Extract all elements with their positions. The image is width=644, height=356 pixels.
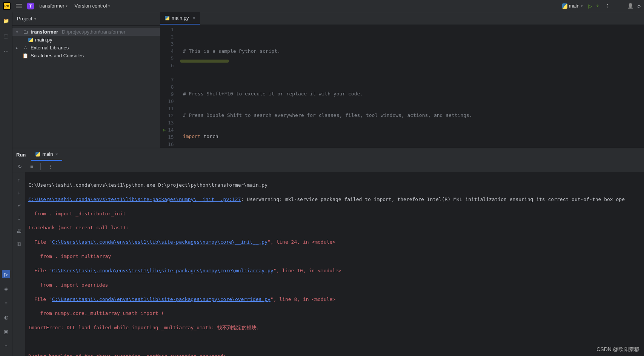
line-number: 1 <box>163 26 174 34</box>
line-number: 9 <box>163 91 174 98</box>
editor-tabs: main.py × <box>160 12 644 25</box>
python-console-button[interactable]: ◈ <box>2 284 10 293</box>
chevron-down-icon: ▾ <box>108 4 110 8</box>
search-icon[interactable] <box>637 3 641 9</box>
project-sidebar: Project ▾ ▾ 🗀 transformer D:\project\pyt… <box>12 12 160 148</box>
line-number: 15 <box>163 134 174 141</box>
app-logo-icon: PC <box>3 2 11 10</box>
scroll-end-button[interactable]: ⇣ <box>15 214 23 222</box>
stop-button[interactable]: ■ <box>28 163 35 170</box>
vcs-label: Version control <box>74 3 107 9</box>
close-tab-icon[interactable]: × <box>193 15 195 21</box>
main-menu-button[interactable] <box>14 2 23 10</box>
file-name: main.py <box>35 37 52 43</box>
close-tab-icon[interactable]: × <box>55 152 58 157</box>
line-number: 16 <box>163 141 174 148</box>
run-tool-button[interactable]: ▷ <box>2 270 10 278</box>
run-config-label: main <box>569 3 579 9</box>
line-number: ▷14 <box>163 127 174 134</box>
down-trace-button[interactable]: ↓ <box>15 188 23 196</box>
debug-button[interactable]: ⌖ <box>596 3 599 9</box>
python-icon <box>562 3 567 9</box>
soft-wrap-button[interactable]: ⤶ <box>15 201 23 209</box>
line-number: 11 <box>163 105 174 112</box>
services-tool-button[interactable]: ≡ <box>2 299 10 307</box>
console-line: C:\Users\tashi\.conda\envs\test1\lib\sit… <box>28 196 641 203</box>
line-number: 3 <box>163 41 174 48</box>
gutter: 1 2 3 4 5 6 7 8 9 10 11 12 13 ▷ <box>160 25 179 148</box>
tree-root-folder[interactable]: ▾ 🗀 transformer D:\project\python\transf… <box>12 28 160 36</box>
project-dropdown[interactable]: transformer ▾ <box>38 2 69 9</box>
ext-libs-label: External Libraries <box>31 45 69 51</box>
run-tab-label: main <box>42 151 53 157</box>
python-file-icon <box>28 38 33 42</box>
run-toolbar: ↻ ■ ⋮ <box>12 161 644 172</box>
run-more-button[interactable]: ⋮ <box>46 164 55 169</box>
console-line: from numpy.core._multiarray_umath import… <box>28 310 641 317</box>
folder-icon: 🗀 <box>22 29 28 35</box>
problems-tool-button[interactable]: ○ <box>2 342 10 350</box>
project-header[interactable]: Project ▾ <box>12 12 160 26</box>
chevron-down-icon: ▾ <box>66 4 68 8</box>
console-line <box>28 339 641 346</box>
run-config-dropdown[interactable]: main ▾ <box>561 2 584 9</box>
project-name-label: transformer <box>39 3 64 9</box>
code-editor[interactable]: 1 2 3 4 5 6 7 8 9 10 11 12 13 ▷ <box>160 25 644 148</box>
chevron-down-icon: ▾ <box>34 17 36 21</box>
more-actions-button[interactable]: ⋮ <box>603 3 612 9</box>
debug-tool-button[interactable]: ◐ <box>2 313 10 321</box>
titlebar: PC T transformer ▾ Version control ▾ mai… <box>0 0 644 12</box>
line-number: 8 <box>163 84 174 91</box>
console-line: from . import overrides <box>28 282 641 289</box>
tree-file-main[interactable]: main.py <box>12 36 160 44</box>
line-number: 13 <box>163 120 174 127</box>
console-line: File "C:\Users\tashi\.conda\envs\test1\l… <box>28 296 641 303</box>
tree-scratches[interactable]: 📋 Scratches and Consoles <box>12 52 160 60</box>
chevron-down-icon: ▾ <box>581 4 583 8</box>
python-icon <box>35 152 40 157</box>
run-left-tools: ↑ ↓ ⤶ ⇣ 🖶 🗑 <box>12 172 25 356</box>
vcs-dropdown[interactable]: Version control ▾ <box>73 2 112 9</box>
account-icon[interactable] <box>627 3 633 9</box>
rerun-button[interactable]: ↻ <box>16 163 23 170</box>
run-panel-title: Run <box>16 148 29 161</box>
up-trace-button[interactable]: ↑ <box>15 175 23 184</box>
console-line: ImportError: DLL load failed while impor… <box>28 324 641 331</box>
line-number: 2 <box>163 34 174 41</box>
highlight-mark <box>180 60 229 63</box>
editor-area: main.py × 1 2 3 4 5 6 7 8 9 <box>160 12 644 148</box>
terminal-tool-button[interactable]: ▣ <box>2 327 10 336</box>
run-tab-main[interactable]: main × <box>31 148 62 161</box>
tree-external-libs[interactable]: ▸ ⛬ External Libraries <box>12 44 160 52</box>
console-line: from . import multiarray <box>28 253 641 260</box>
chevron-right-icon: ▸ <box>16 46 20 50</box>
run-panel: Run main × ↻ ■ ⋮ ↑ ↓ ⤶ ⇣ 🖶 <box>12 148 644 356</box>
file-link[interactable]: C:\Users\tashi\.conda\envs\test1\lib\sit… <box>52 239 267 245</box>
root-name: transformer <box>31 29 58 35</box>
console-output[interactable]: C:\Users\tashi\.conda\envs\test1\python.… <box>25 172 644 356</box>
project-title: Project <box>17 16 32 21</box>
file-link[interactable]: C:\Users\tashi\.conda\envs\test1\lib\sit… <box>28 196 241 202</box>
print-button[interactable]: 🖶 <box>15 227 23 235</box>
run-tabs: Run main × <box>12 148 644 161</box>
chevron-down-icon: ▾ <box>16 30 20 34</box>
python-file-icon <box>165 16 169 20</box>
console-line: Traceback (most recent call last): <box>28 224 641 232</box>
code-content[interactable]: # This is a sample Python script. # Pres… <box>179 25 644 148</box>
project-tool-button[interactable]: 📁 <box>2 17 10 25</box>
tab-label: main.py <box>172 15 189 21</box>
file-link[interactable]: C:\Users\tashi\.conda\envs\test1\lib\sit… <box>52 296 271 302</box>
run-button[interactable]: ▷ <box>588 3 592 9</box>
more-tools-button[interactable]: ⋯ <box>2 47 10 55</box>
editor-tab-main[interactable]: main.py × <box>160 12 200 25</box>
console-line: from . import _distributor_init <box>28 210 641 218</box>
console-line: During handling of the above exception, … <box>28 353 641 356</box>
line-number <box>163 69 174 77</box>
console-line: File "C:\Users\tashi\.conda\envs\test1\l… <box>28 267 641 275</box>
line-number: 5 <box>163 55 174 62</box>
gutter-run-icon[interactable]: ▷ <box>163 127 166 133</box>
clear-button[interactable]: 🗑 <box>15 239 23 248</box>
structure-tool-button[interactable]: ⬚ <box>2 32 10 40</box>
file-link[interactable]: C:\Users\tashi\.conda\envs\test1\lib\sit… <box>52 268 274 273</box>
project-tree: ▾ 🗀 transformer D:\project\python\transf… <box>12 26 160 62</box>
